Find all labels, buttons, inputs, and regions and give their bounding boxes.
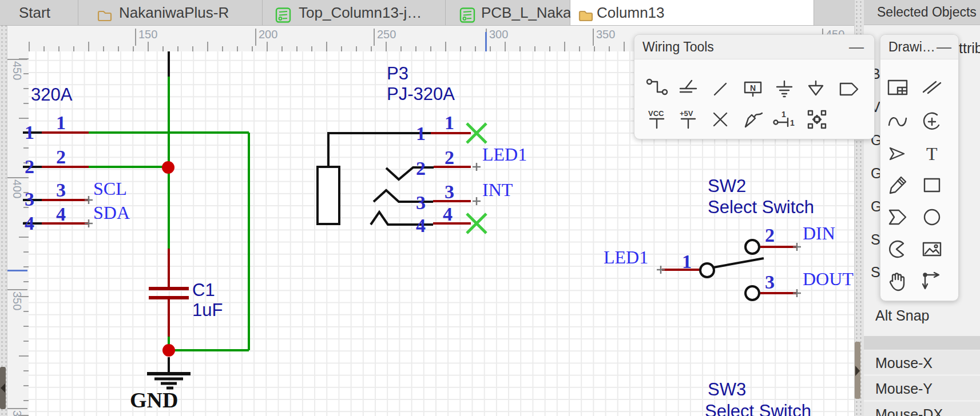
sw3-ref[interactable]: SW3 <box>708 379 746 400</box>
ic-pin-number[interactable]: 2 <box>56 146 66 168</box>
tab-label: NakaniwaPlus-R <box>119 0 229 25</box>
jack-pin-number[interactable]: 1 <box>445 112 454 134</box>
jack-pin-number[interactable]: 2 <box>445 147 454 169</box>
net-label-dout[interactable]: DOUT <box>803 269 854 290</box>
pin-tool-icon[interactable]: 11 <box>771 107 796 132</box>
drawing-tools-titlebar[interactable]: Drawi… — <box>880 35 958 59</box>
ic-pin-number[interactable]: 4 <box>56 203 66 225</box>
frame-tool-icon[interactable] <box>885 75 910 100</box>
tab-column13-active[interactable]: Column13 <box>570 0 814 25</box>
ic-pin-name[interactable]: 1 <box>25 122 34 143</box>
jack-pin-name[interactable]: 4 <box>416 215 426 237</box>
wiring-tools-palette: Wiring Tools — N VCC +5V 11 <box>634 34 875 139</box>
schematic-doc-icon <box>275 5 291 30</box>
ellipse-tool-icon[interactable] <box>919 205 945 230</box>
net-label-sda[interactable]: SDA <box>93 202 130 223</box>
pencil-tool-icon[interactable] <box>885 173 910 198</box>
minimize-icon[interactable]: — <box>937 35 951 59</box>
net-label-int[interactable]: INT <box>482 179 513 201</box>
tab-nakaniwaplus-r[interactable]: NakaniwaPlus-R <box>78 0 263 25</box>
ic-pin-number[interactable]: 3 <box>56 179 66 201</box>
polyline-tool-icon[interactable] <box>919 75 945 100</box>
tab-pcb-l-nakaniw[interactable]: PCB_L_Nakaniw… <box>446 0 570 25</box>
sw2-pin-number[interactable]: 2 <box>765 225 775 246</box>
jack-pin-name[interactable]: 3 <box>416 192 426 214</box>
ground-tool-icon[interactable] <box>772 77 797 102</box>
gnd-label[interactable]: GND <box>130 387 178 413</box>
bus-entry-tool-icon[interactable] <box>708 77 733 102</box>
no-connect-x-icon[interactable] <box>467 123 486 233</box>
pie-arc-tool-icon[interactable] <box>885 237 910 262</box>
ic-pin-name[interactable]: 4 <box>25 213 34 234</box>
jack-ref[interactable]: P3 <box>387 63 408 84</box>
wire-tool-icon[interactable] <box>644 77 669 102</box>
image-tool-icon[interactable] <box>919 237 945 262</box>
gnd-power-tool-icon[interactable] <box>803 77 828 102</box>
ruler-label: 250 <box>374 29 396 46</box>
no-connect-tool-icon[interactable] <box>708 107 733 132</box>
svg-text:1: 1 <box>790 118 795 127</box>
plus5v-flag-tool-icon[interactable]: +5V <box>676 107 701 132</box>
vcc-flag-tool-icon[interactable]: VCC <box>644 107 669 132</box>
wiring-tools-titlebar[interactable]: Wiring Tools — <box>634 35 874 59</box>
net-label-din[interactable]: DIN <box>803 223 835 244</box>
ic-pin-name[interactable]: 2 <box>25 156 34 178</box>
arrow-tool-icon[interactable] <box>885 141 910 166</box>
sw2-pin-number[interactable]: 3 <box>765 271 775 293</box>
pin-end-cross <box>85 163 801 297</box>
jack-pin-name[interactable]: 2 <box>416 158 426 179</box>
svg-text:N: N <box>750 83 756 93</box>
attributes-header-partial: ttrib <box>959 40 980 57</box>
junction-dot[interactable] <box>162 344 175 357</box>
sw2-lever[interactable] <box>713 258 764 267</box>
folder-outline-icon <box>97 5 113 30</box>
minimize-icon[interactable]: — <box>849 35 864 59</box>
sw2-pin-number[interactable]: 1 <box>682 251 692 273</box>
ic-name[interactable]: 320A <box>31 85 72 105</box>
collapse-left-arrow-icon <box>1 383 5 393</box>
group-tool-icon[interactable] <box>804 107 830 132</box>
ic-pin-number[interactable]: 1 <box>56 112 66 134</box>
netlabel-tool-icon[interactable]: N <box>740 77 765 102</box>
cap-value[interactable]: 1uF <box>192 300 223 321</box>
cap-ref[interactable]: C1 <box>192 280 215 301</box>
sw2-ref[interactable]: SW2 <box>708 176 746 197</box>
text-tool-icon[interactable]: T <box>919 141 945 166</box>
jack-body[interactable] <box>318 167 339 224</box>
jack-pin2-contact[interactable] <box>386 167 434 179</box>
netflag-tool-icon[interactable] <box>836 77 861 102</box>
net-label-led1[interactable]: LED1 <box>482 144 527 165</box>
voltage-probe-tool-icon[interactable] <box>740 107 765 132</box>
junction-dot[interactable] <box>162 161 174 174</box>
drag-hand-tool-icon[interactable] <box>885 269 910 294</box>
tab-top-column13[interactable]: Top_Column13-j… <box>263 0 446 25</box>
sw2-value[interactable]: Select Switch <box>708 197 814 218</box>
drawing-tools-palette: Drawi… — T <box>880 34 959 301</box>
sw3-value[interactable]: Select Switch <box>705 401 811 416</box>
rect-tool-icon[interactable] <box>919 173 945 198</box>
net-label-led1[interactable]: LED1 <box>604 247 648 268</box>
gnd-symbol[interactable] <box>147 374 191 388</box>
dimension-tool-icon[interactable] <box>919 269 945 294</box>
mouse-y-row: Mouse-Y <box>864 376 980 400</box>
jack-pin-number[interactable]: 4 <box>443 203 453 225</box>
arc-tool-icon[interactable] <box>919 109 945 134</box>
jack-value[interactable]: PJ-320A <box>387 84 455 105</box>
jack-pin-name[interactable]: 1 <box>416 123 426 145</box>
sw2-contacts[interactable] <box>700 240 759 300</box>
left-collapse-handle[interactable] <box>0 367 6 409</box>
bus-tool-icon[interactable] <box>676 77 701 102</box>
left-splitter[interactable] <box>0 0 7 416</box>
panel-divider <box>864 336 980 350</box>
tab-label: Top_Column13-j… <box>299 0 422 25</box>
cap-plates[interactable] <box>149 289 189 298</box>
ic-pin-name[interactable]: 3 <box>25 189 34 210</box>
mouse-x-label: Mouse-X <box>875 355 933 371</box>
tab-start[interactable]: Start <box>7 0 78 25</box>
jack-pin-number[interactable]: 3 <box>445 181 454 203</box>
net-label-scl[interactable]: SCL <box>93 178 127 199</box>
right-collapse-handle[interactable] <box>855 342 860 399</box>
polygon-tool-icon[interactable] <box>885 205 910 230</box>
bezier-tool-icon[interactable] <box>885 109 910 134</box>
ruler-label: 350 <box>593 29 615 46</box>
